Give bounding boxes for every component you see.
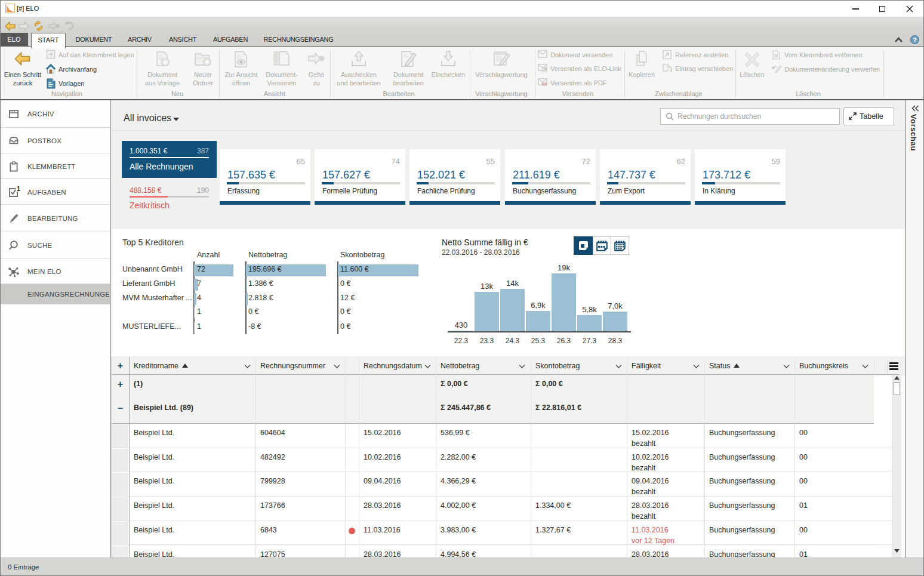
svg-text:PDF: PDF	[542, 82, 548, 86]
svg-text:1: 1	[17, 186, 20, 192]
